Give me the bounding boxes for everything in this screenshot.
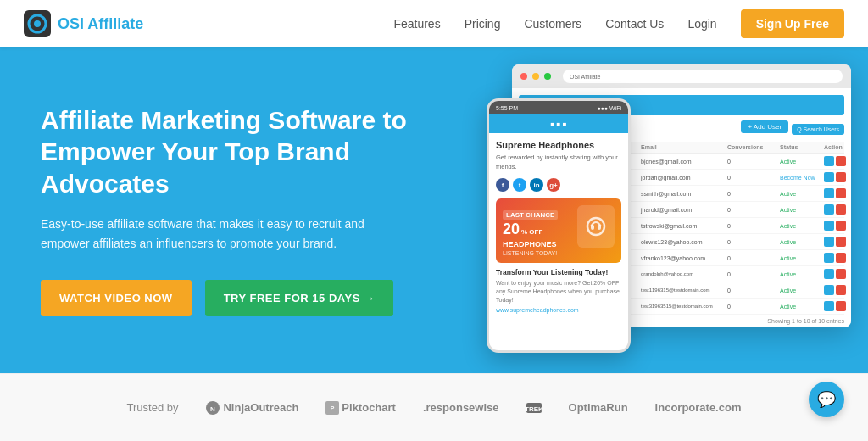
chat-icon: 💬 — [817, 390, 836, 409]
nav-contact-us[interactable]: Contact Us — [605, 17, 664, 31]
promo-image — [577, 205, 615, 248]
col-action: Action — [824, 144, 851, 150]
mobile-status-bar: 5:55 PM ●●● WiFi — [489, 101, 628, 114]
svg-point-3 — [587, 218, 604, 235]
mobile-promo-banner: LAST CHANCE 20 % OFF HEADPHONES LISTENIN… — [496, 198, 621, 263]
incorporate-logo: incorporate.com — [655, 401, 742, 414]
trusted-logos: N NinjaOutreach P Piktochart .responsewi… — [205, 400, 741, 416]
browser-bar: OSI Affiliate — [512, 64, 851, 88]
mobile-signal: ●●● WiFi — [597, 105, 621, 111]
nav-pricing[interactable]: Pricing — [465, 17, 501, 31]
piktochart-icon: P — [326, 401, 339, 415]
chat-bubble[interactable]: 💬 — [809, 382, 844, 417]
signup-button[interactable]: Sign Up Free — [741, 9, 844, 38]
ninja-icon: N — [205, 400, 220, 416]
mobile-social-icons: f t in g+ — [496, 178, 621, 192]
hero-buttons: WATCH VIDEO NOW TRY FREE FOR 15 DAYS → — [41, 280, 414, 316]
promo-off: % OFF — [521, 228, 542, 236]
col-status: Status — [780, 144, 822, 150]
trusted-bar: Trusted by N NinjaOutreach P Piktochart … — [0, 373, 868, 441]
mobile-body: Supreme Headphones Get rewarded by insta… — [489, 133, 628, 320]
add-user-button[interactable]: + Add User — [741, 120, 788, 133]
nav-features[interactable]: Features — [393, 17, 440, 31]
trek-logo: TREK — [526, 400, 542, 416]
optimarun-logo: OptimaRun — [569, 401, 628, 414]
promo-product: HEADPHONES — [503, 240, 577, 248]
mobile-cta-text: Want to enjoy your music more? Get 20% O… — [496, 279, 621, 304]
twitter-icon[interactable]: t — [513, 178, 526, 192]
facebook-icon[interactable]: f — [496, 178, 509, 192]
hero-content: Affiliate Marketing Software to Empower … — [41, 104, 414, 316]
browser-url-text: OSI Affiliate — [570, 74, 600, 80]
mobile-cta-title: Transform Your Listening Today! — [496, 268, 621, 276]
logo-affiliate: Affiliate — [87, 15, 143, 32]
trusted-label: Trusted by — [127, 401, 179, 414]
hero-subtitle: Easy-to-use affiliate software that make… — [41, 215, 414, 253]
mobile-footer-link[interactable]: www.supremeheadphones.com — [496, 307, 621, 313]
hero-mockup: OSI Affiliate OsiAffiliate Manage Users … — [487, 64, 851, 361]
header: OSI Affiliate Features Pricing Customers… — [0, 0, 868, 47]
osi-logo-icon — [24, 10, 51, 37]
search-users-button[interactable]: Q Search Users — [792, 124, 844, 135]
promo-tag: LAST CHANCE — [503, 210, 558, 220]
nav-customers[interactable]: Customers — [524, 17, 581, 31]
svg-point-2 — [34, 20, 41, 27]
mobile-brand-name: Supreme Headphones — [496, 140, 621, 150]
logo-text: OSI Affiliate — [58, 15, 143, 33]
browser-url-bar: OSI Affiliate — [563, 70, 843, 83]
ninja-outreach-logo: N NinjaOutreach — [205, 400, 298, 416]
browser-dot-red — [520, 73, 527, 80]
mobile-brand-bar: ■ ■ ■ — [551, 120, 567, 128]
hero-section: Affiliate Marketing Software to Empower … — [0, 47, 868, 373]
mobile-nav-bar: ■ ■ ■ — [489, 114, 628, 133]
svg-text:TREK: TREK — [526, 405, 542, 413]
browser-dot-yellow — [532, 73, 539, 80]
svg-text:P: P — [331, 405, 335, 411]
browser-dot-green — [544, 73, 551, 80]
linkedin-icon[interactable]: in — [530, 178, 543, 192]
mobile-desc: Get rewarded by instantly sharing with y… — [496, 154, 621, 171]
col-email: Email — [641, 144, 726, 150]
logo-area: OSI Affiliate — [24, 10, 143, 37]
promo-sub: LISTENING TODAY! — [503, 250, 577, 256]
mobile-time: 5:55 PM — [496, 105, 518, 111]
login-button[interactable]: Login — [687, 17, 716, 31]
watch-video-button[interactable]: WATCH VIDEO NOW — [41, 280, 192, 316]
responsewise-logo: .responsewise — [423, 401, 499, 414]
hero-title: Affiliate Marketing Software to Empower … — [41, 104, 414, 200]
mobile-mockup: 5:55 PM ●●● WiFi ■ ■ ■ Supreme Headphone… — [487, 98, 631, 353]
try-free-button[interactable]: TRY FREE FOR 15 DAYS → — [205, 280, 394, 316]
piktochart-logo: P Piktochart — [326, 401, 396, 415]
headphones-illustration — [584, 215, 608, 238]
col-conversions: Conversions — [727, 144, 778, 150]
main-nav: Features Pricing Customers Contact Us Lo… — [393, 9, 844, 38]
googleplus-icon[interactable]: g+ — [547, 178, 560, 192]
trek-icon: TREK — [526, 400, 542, 416]
promo-pct: 20 — [503, 221, 520, 237]
svg-text:N: N — [211, 405, 216, 412]
logo-osi: OSI — [58, 15, 84, 32]
